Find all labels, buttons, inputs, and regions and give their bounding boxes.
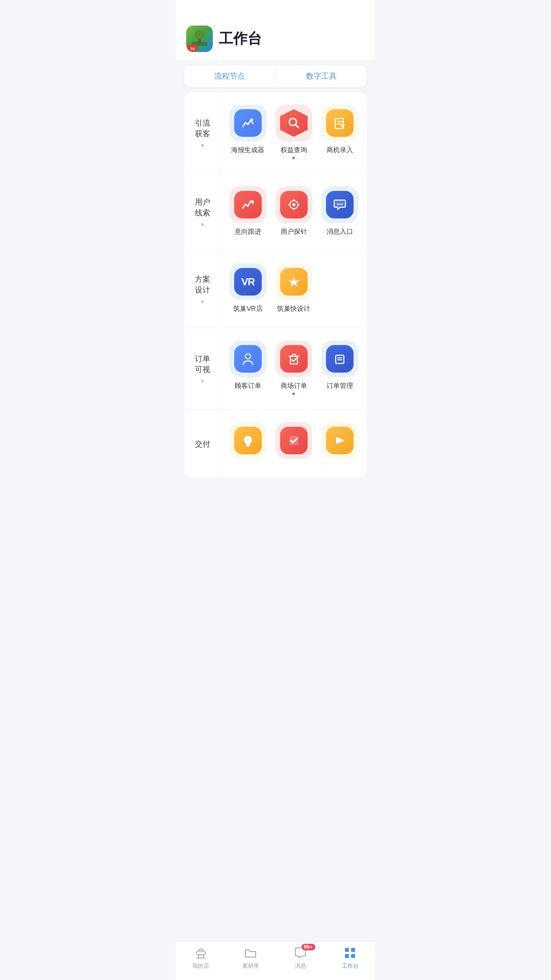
svg-rect-26 [246,445,250,446]
chevron-down-icon: ▾ [201,142,204,149]
nav-workspace[interactable]: 工作台 [325,946,375,970]
tool-poster[interactable]: 海报生成器 [225,101,271,165]
store-icon [194,946,208,960]
attract-tools-grid: 海报生成器 权益查询 [221,92,367,174]
section-delivery: 交付 [184,410,367,477]
svg-point-19 [337,204,338,205]
page-title: 工作台 [219,29,262,48]
nav-label-store: 我的店 [192,962,209,970]
tool-quick-design[interactable]: 筑巢快设计 [271,259,317,320]
message-badge: 99+ [302,944,315,950]
app-icon: 70 [186,26,213,52]
nav-label-materials: 素材库 [242,962,259,970]
tool-vr-store[interactable]: VR 筑巢VR店 [225,259,271,320]
svg-marker-29 [336,437,344,444]
svg-text:70: 70 [190,46,195,51]
svg-rect-32 [345,954,349,958]
svg-point-22 [245,354,251,359]
section-label-delivery: 交付 [184,410,221,477]
tool-bulb[interactable] [225,418,271,469]
svg-rect-30 [345,948,349,952]
section-label-leads: 用户线索 ▾ [184,174,221,251]
svg-point-1 [194,30,205,40]
tool-intent[interactable]: 意向跟进 [225,182,271,242]
folder-icon [243,946,258,960]
order-tools-grid: 顾客订单 商场订单 [221,328,367,409]
nav-my-store[interactable]: 我的店 [176,946,226,970]
section-plan-design: 方案设计 ▾ VR 筑巢VR店 [184,251,367,328]
section-label-order: 订单可视 ▾ [184,328,221,409]
nav-label-messages: 消息 [295,962,306,970]
section-label-design: 方案设计 ▾ [184,251,221,328]
delivery-tools-grid [221,410,367,477]
header: 70 工作台 [176,0,375,60]
chevron-down-icon: ▾ [201,378,204,385]
tool-opportunity[interactable]: 商机录入 [317,101,363,165]
nav-label-workspace: 工作台 [342,962,359,970]
svg-point-20 [339,204,340,205]
svg-point-13 [292,203,295,206]
tool-message[interactable]: 消息入口 [317,182,363,242]
main-content: 引流获客 ▾ 海报生成器 [184,92,367,477]
svg-line-8 [295,125,298,128]
svg-point-6 [250,118,253,121]
tool-rights[interactable]: 权益查询 [271,101,317,165]
nav-messages[interactable]: 99+ 消息 [276,946,325,970]
tool-delivery-arrow[interactable] [317,418,363,469]
svg-point-21 [341,204,342,205]
design-tools-grid: VR 筑巢VR店 筑巢快设计 [221,251,367,328]
tab-process[interactable]: 流程节点 [184,65,276,87]
tab-digital[interactable]: 数字工具 [276,65,367,87]
section-user-leads: 用户线索 ▾ 意向跟进 [184,174,367,251]
leads-tools-grid: 意向跟进 用户探针 [221,174,367,251]
svg-rect-31 [351,948,355,952]
section-order: 订单可视 ▾ 顾客订单 [184,328,367,410]
section-label-attract: 引流获客 ▾ [184,92,221,174]
grid-icon [343,946,357,960]
tool-delivery-check[interactable] [271,418,317,469]
tool-probe[interactable]: 用户探针 [271,182,317,242]
tool-customer-order[interactable]: 顾客订单 [225,336,271,401]
svg-rect-33 [351,954,355,958]
tool-store-order[interactable]: 商场订单 [271,336,317,401]
chevron-down-icon: ▾ [201,221,204,228]
svg-rect-27 [246,446,249,447]
tab-bar: 流程节点 数字工具 [184,65,367,87]
tool-order-manage[interactable]: 订单管理 [317,336,363,401]
section-attract: 引流获客 ▾ 海报生成器 [184,92,367,174]
chevron-down-icon: ▾ [201,298,204,305]
bottom-nav: 我的店 素材库 99+ 消息 工作台 [176,941,375,980]
nav-materials[interactable]: 素材库 [226,946,276,970]
